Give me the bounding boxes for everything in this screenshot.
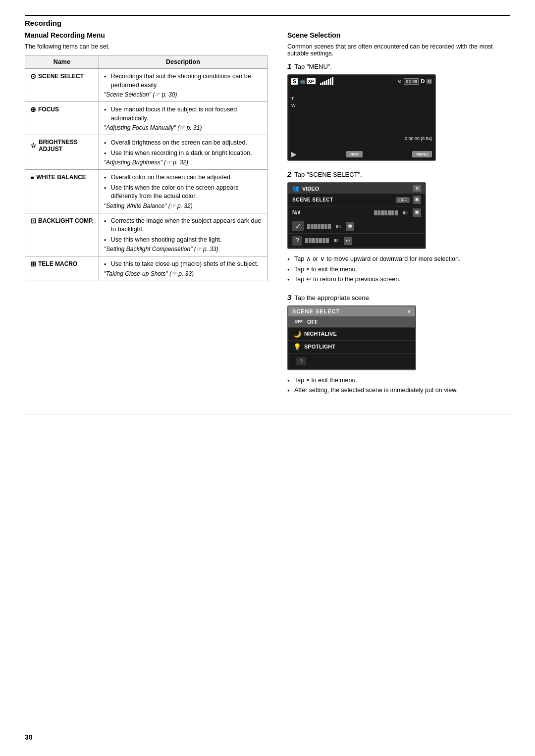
row-icon: ⊙: [30, 72, 36, 80]
menu-row-2-bars: [374, 210, 398, 215]
menu-row-question[interactable]: ? IIII ↩: [288, 234, 425, 248]
page-title: Recording: [25, 19, 510, 27]
scene-selection-intro: Common scenes that are often encountered…: [287, 43, 510, 57]
row-desc-cell: Use manual focus if the subject is not f…: [99, 102, 267, 135]
step-3-bullets: Tap × to exit the menu.After setting, th…: [287, 376, 510, 395]
scene-row-off[interactable]: OFF OFF: [288, 316, 415, 328]
scene-select-row-label: SCENE SELECT: [292, 197, 393, 202]
menu-header: 👥 VIDEO ×: [288, 183, 425, 194]
row-icon: ⊕: [30, 105, 36, 113]
gear-icon-3[interactable]: ✱: [346, 222, 354, 231]
cam-w: W: [291, 102, 296, 109]
menu-row-check-bars: [307, 224, 331, 229]
row-name-cell: ⊞ TELE MACRO: [25, 256, 99, 281]
camera-viewfinder: S 📹 XP: [287, 74, 436, 161]
menu-row-q-val: IIII: [334, 238, 339, 243]
page-number: 30: [25, 733, 33, 741]
table-row: ⊡ BACKLIGHT COMP.Corrects the image when…: [25, 213, 268, 256]
scene-question-btn[interactable]: ?: [296, 357, 306, 365]
d-badge: D: [421, 78, 425, 84]
row-name-cell: ⊡ BACKLIGHT COMP.: [25, 213, 99, 256]
desc-bullet: Use this when recording in a dark or bri…: [104, 149, 262, 158]
step-2: 2 Tap "SCENE SELECT". 👥 VIDEO × SCENE SE…: [287, 170, 510, 284]
row-desc-cell: Recordings that suit the shooting condit…: [99, 69, 267, 102]
manual-recording-intro: The following items can be set.: [25, 43, 268, 50]
bullet-item: After setting, the selected scene is imm…: [287, 386, 510, 395]
table-row: ≡ WHITE BALANCEOverall color on the scre…: [25, 170, 268, 213]
menu-button[interactable]: MENU: [412, 151, 432, 157]
ref-text: "Setting White Balance" (☞ p. 32): [104, 202, 262, 209]
table-row: ☆ BRIGHTNESSADJUSTOverall brightness on …: [25, 135, 268, 170]
cam-top-left: S 📹 XP: [291, 77, 333, 85]
ref-text: "Setting Backlight Compensation" (☞ p. 3…: [104, 246, 262, 252]
step-2-num: 2: [287, 170, 291, 178]
ref-text: "Taking Close-up Shots" (☞ p. 33): [104, 270, 262, 277]
scene-select-row-val[interactable]: OFF: [396, 197, 410, 203]
menu-header-label: VIDEO: [302, 186, 413, 192]
check-nav-btn[interactable]: ✓: [292, 221, 304, 231]
rec-button[interactable]: REC: [346, 151, 363, 157]
row-desc-cell: Corrects the image when the subject appe…: [99, 213, 267, 256]
scene-row-nightalive[interactable]: 🌙 NIGHTALIVE: [288, 328, 415, 341]
menu-row-scene-select[interactable]: SCENE SELECT OFF ✱: [288, 194, 425, 206]
back-icon[interactable]: ↩: [344, 237, 352, 245]
top-rule: [25, 15, 510, 16]
scene-close-btn[interactable]: ×: [408, 308, 411, 314]
desc-bullet: Use this when shooting against the light…: [104, 236, 262, 245]
row-icon: ⊞: [30, 260, 36, 268]
manual-recording-menu-title: Manual Recording Menu: [25, 31, 268, 39]
menu-row-2-val: IIII: [403, 210, 408, 215]
row-desc-cell: Use this to take close-up (macro) shots …: [99, 256, 267, 281]
cam-tw: T W: [291, 95, 296, 109]
cam-bottom-bar: ▶ REC MENU: [288, 150, 435, 158]
scene-nightalive-label: NIGHTALIVE: [304, 331, 337, 337]
desc-bullet: Overall color on the screen can be adjus…: [104, 173, 262, 182]
bullet-item: Tap ∧ or ∨ to move upward or downward fo…: [287, 255, 510, 264]
desc-bullet: Use this when the color on the screen ap…: [104, 184, 262, 201]
step-2-label: Tap "SCENE SELECT".: [294, 171, 362, 178]
menu-row-check[interactable]: ✓ IIII ✱: [288, 219, 425, 234]
bullet-item: Tap × to exit the menu.: [287, 265, 510, 274]
row-name-cell: ⊙ SCENE SELECT: [25, 69, 99, 102]
bullet-item: Tap × to exit the menu.: [287, 376, 510, 385]
ref-text: "Adjusting Focus Manually" (☞ p. 31): [104, 124, 262, 131]
desc-bullet: Recordings that suit the shooting condit…: [104, 72, 262, 90]
scene-selection-title: Scene Selection: [287, 31, 510, 39]
menu-header-icon: 👥: [292, 185, 299, 192]
row-icon: ≡: [30, 173, 34, 181]
step-3-header: 3 Tap the appropriate scene.: [287, 293, 510, 302]
row-name-label: SCENE SELECT: [38, 73, 84, 80]
menu-row-2[interactable]: N/♯ IIII ✱: [288, 206, 425, 219]
step-1-label: Tap "MENU".: [294, 63, 332, 70]
m-badge: M: [427, 79, 432, 84]
col-name-header: Name: [25, 55, 99, 69]
desc-bullet: Overall brightness on the screen can be …: [104, 139, 262, 148]
gear-icon[interactable]: ✱: [413, 196, 421, 204]
menu-row-q-bars: [305, 238, 329, 243]
step-2-header: 2 Tap "SCENE SELECT".: [287, 170, 510, 178]
menu-close-button[interactable]: ×: [413, 185, 421, 192]
menu-row-check-val: IIII: [336, 224, 341, 229]
row-name-label: WHITE BALANCE: [36, 174, 86, 181]
step-1-header: 1 Tap "MENU".: [287, 62, 510, 70]
scene-row-spotlight[interactable]: 💡 SPOTLIGHT: [288, 341, 415, 353]
two-column-layout: Manual Recording Menu The following item…: [25, 31, 510, 404]
ref-text: "Scene Selection" (☞ p. 30): [104, 91, 262, 98]
row-name-label: FOCUS: [38, 106, 59, 113]
step-3: 3 Tap the appropriate scene. SCENE SELEC…: [287, 293, 510, 395]
row-name-label: BACKLIGHT COMP.: [38, 217, 94, 224]
menu-screen: 👥 VIDEO × SCENE SELECT OFF ✱ N/♯: [287, 182, 426, 249]
s-badge: S: [291, 78, 298, 85]
col-desc-header: Description: [99, 55, 267, 69]
menu-table: Name Description ⊙ SCENE SELECTRecording…: [25, 55, 268, 281]
scene-select-header: SCENE SELECT ×: [288, 306, 415, 316]
cam-dot: ⊙: [398, 79, 402, 84]
scene-select-header-label: SCENE SELECT: [292, 308, 340, 314]
cam-time: 0:00:00 [0:54]: [405, 136, 432, 141]
question-nav-btn[interactable]: ?: [292, 236, 302, 246]
spotlight-icon: 💡: [293, 343, 301, 351]
row-name-label: TELE MACRO: [38, 260, 77, 267]
sd-badge: SD IIII: [404, 78, 419, 85]
cam-video-icon: 📹: [299, 79, 305, 84]
gear-icon-2[interactable]: ✱: [413, 208, 421, 217]
